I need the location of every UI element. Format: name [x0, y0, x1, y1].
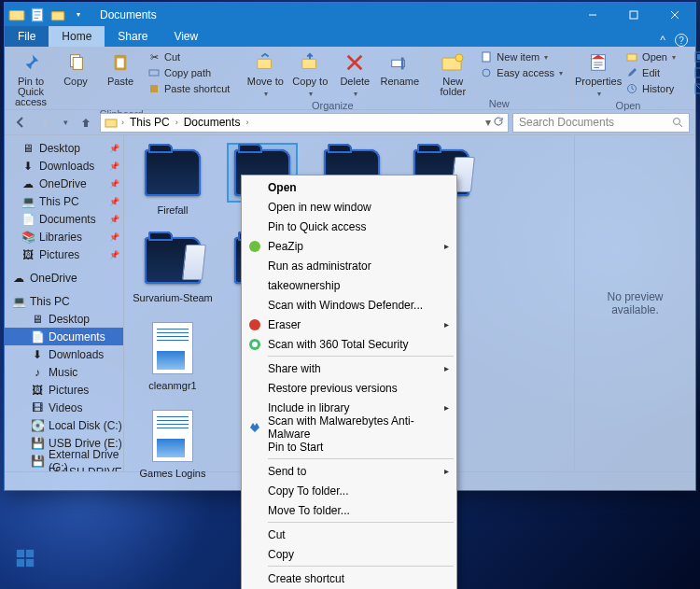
nav-documents[interactable]: 📄Documents: [5, 328, 123, 345]
easy-access-button[interactable]: Easy access▾: [477, 65, 566, 80]
address-dropdown-icon[interactable]: ▾: [485, 116, 491, 129]
edit-icon: [625, 66, 638, 79]
select-all-button[interactable]: Select all: [691, 49, 700, 64]
copy-button[interactable]: Copy: [55, 49, 96, 87]
search-placeholder: Search Documents: [519, 116, 614, 129]
help-icon[interactable]: ?: [675, 34, 688, 47]
new-item-icon: [480, 50, 493, 63]
qat-dropdown-icon[interactable]: ▾: [70, 10, 87, 19]
ctx-create-shortcut[interactable]: Create shortcut: [244, 568, 455, 588]
back-button[interactable]: [10, 112, 31, 133]
nav-pictures-quick[interactable]: 🖼Pictures📌: [5, 245, 123, 263]
nav-thispc-quick[interactable]: 💻This PC📌: [5, 192, 123, 210]
ctx-run-admin[interactable]: Run as administrator: [244, 256, 455, 275]
tab-file[interactable]: File: [5, 26, 49, 47]
nav-onedrive[interactable]: ☁OneDrive: [5, 269, 123, 287]
libraries-icon: 📚: [21, 231, 35, 243]
nav-downloads[interactable]: ⬇Downloads📌: [5, 157, 123, 175]
breadcrumb-thispc[interactable]: This PC: [128, 116, 172, 129]
copy-path-button[interactable]: Copy path: [145, 65, 232, 80]
ctx-copy[interactable]: Copy: [244, 544, 455, 564]
up-button[interactable]: [76, 112, 96, 133]
nav-flash-k[interactable]: 💾FLASH DRIVE (K:): [5, 470, 123, 471]
ctx-send-to[interactable]: Send to▸: [244, 461, 455, 481]
folder-survarium[interactable]: Survarium-Steam: [128, 231, 217, 318]
nav-thispc[interactable]: 💻This PC: [5, 292, 123, 310]
paste-icon: [107, 50, 133, 75]
nav-pictures[interactable]: 🖼Pictures: [5, 381, 123, 399]
nav-localdisk-c[interactable]: 💽Local Disk (C:): [5, 416, 123, 434]
ribbon-group-clipboard: Pin to Quick access Copy Paste ✂Cut Copy…: [5, 47, 239, 109]
properties-button[interactable]: Properties▾: [578, 49, 619, 99]
rename-button[interactable]: Rename: [379, 49, 420, 87]
svg-rect-34: [17, 559, 24, 567]
ctx-share-with[interactable]: Share with▸: [244, 358, 455, 378]
qat-newfolder-icon[interactable]: [49, 7, 66, 23]
nav-libraries[interactable]: 📚Libraries📌: [5, 228, 123, 245]
pin-icon: [18, 50, 44, 75]
ctx-restore-previous[interactable]: Restore previous versions: [244, 378, 455, 398]
ctx-pin-start[interactable]: Pin to Start: [244, 437, 455, 456]
file-games-logins[interactable]: Games Logins: [128, 406, 217, 494]
tab-view[interactable]: View: [161, 26, 211, 47]
select-none-button[interactable]: Select none: [691, 65, 700, 80]
ctx-scan-defender[interactable]: Scan with Windows Defender...: [244, 295, 455, 315]
ctx-copy-to-folder[interactable]: Copy To folder...: [244, 481, 455, 500]
address-bar[interactable]: › This PC › Documents › ▾: [100, 113, 509, 133]
desktop-icon: 🖥: [21, 143, 35, 154]
move-to-button[interactable]: Move to▾: [245, 49, 286, 99]
delete-button[interactable]: Delete▾: [334, 49, 375, 99]
open-button[interactable]: Open▾: [623, 49, 679, 64]
nav-videos[interactable]: 🎞Videos: [5, 399, 123, 416]
ctx-scan-360[interactable]: Scan with 360 Total Security: [244, 334, 455, 354]
ctx-eraser[interactable]: Eraser▸: [244, 315, 455, 334]
start-button[interactable]: [15, 548, 35, 568]
maximize-button[interactable]: [613, 3, 654, 26]
cut-button[interactable]: ✂Cut: [145, 49, 232, 64]
copy-to-button[interactable]: Copy to▾: [289, 49, 330, 99]
breadcrumb-documents[interactable]: Documents: [182, 116, 243, 129]
paste-shortcut-button[interactable]: Paste shortcut: [145, 81, 232, 96]
recent-dropdown[interactable]: ▾: [59, 112, 72, 133]
history-button[interactable]: History: [623, 81, 679, 96]
ctx-pin-quick[interactable]: Pin to Quick access: [244, 217, 455, 236]
360-icon: [247, 337, 262, 352]
svg-point-15: [455, 54, 463, 62]
minimize-button[interactable]: [572, 3, 613, 26]
edit-button[interactable]: Edit: [623, 65, 679, 80]
new-folder-button[interactable]: New folder: [432, 49, 473, 97]
peazip-icon: [247, 239, 262, 254]
invert-selection-button[interactable]: Invert selection: [691, 81, 700, 96]
paste-button[interactable]: Paste: [100, 49, 141, 87]
tab-share[interactable]: Share: [105, 26, 161, 47]
tab-home[interactable]: Home: [49, 26, 105, 47]
folder-firefall[interactable]: Firefall: [128, 143, 217, 231]
context-menu: Open Open in new window Pin to Quick acc…: [241, 175, 457, 589]
ctx-malwarebytes[interactable]: Scan with Malwarebytes Anti-Malware: [244, 417, 455, 437]
easy-access-icon: [480, 66, 493, 79]
nav-music[interactable]: ♪Music: [5, 363, 123, 381]
nav-onedrive-quick[interactable]: ☁OneDrive📌: [5, 175, 123, 192]
forward-button[interactable]: [35, 112, 55, 133]
svg-rect-35: [26, 559, 34, 567]
ctx-open[interactable]: Open: [244, 177, 455, 197]
preview-pane: No preview available.: [574, 135, 695, 471]
ctx-open-new-window[interactable]: Open in new window: [244, 197, 455, 217]
refresh-icon[interactable]: [493, 116, 504, 129]
qat-properties-icon[interactable]: [29, 7, 46, 23]
submenu-arrow-icon: ▸: [444, 241, 449, 251]
nav-desktop2[interactable]: 🖥Desktop: [5, 310, 123, 328]
pin-quick-access-button[interactable]: Pin to Quick access: [10, 49, 51, 107]
file-cleanmgr1[interactable]: cleanmgr1: [128, 318, 217, 406]
ctx-peazip[interactable]: PeaZip▸: [244, 236, 455, 256]
nav-desktop[interactable]: 🖥Desktop📌: [5, 139, 123, 157]
close-button[interactable]: [654, 3, 695, 26]
ctx-move-to-folder[interactable]: Move To folder...: [244, 500, 455, 520]
search-box[interactable]: Search Documents: [512, 113, 690, 133]
nav-downloads2[interactable]: ⬇Downloads: [5, 345, 123, 363]
ctx-cut[interactable]: Cut: [244, 525, 455, 544]
ribbon-collapse-icon[interactable]: ^: [660, 34, 665, 47]
new-item-button[interactable]: New item▾: [477, 49, 566, 64]
nav-documents-quick[interactable]: 📄Documents📌: [5, 210, 123, 228]
ctx-takeownership[interactable]: takeownership: [244, 275, 455, 295]
